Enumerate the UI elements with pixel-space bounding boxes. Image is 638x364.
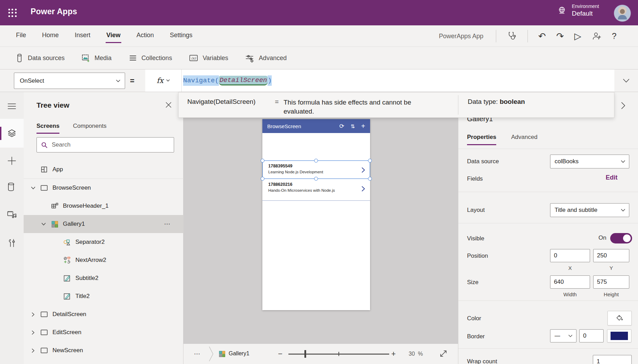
chevron-down-icon[interactable]	[27, 187, 39, 190]
zoom-slider-handle[interactable]	[304, 350, 306, 358]
border-color-button[interactable]	[607, 329, 631, 342]
play-preview-icon[interactable]: ▷	[574, 32, 581, 41]
tree-view-icon[interactable]	[0, 129, 24, 138]
resize-handle[interactable]	[314, 159, 318, 163]
wrap-count-input[interactable]	[593, 355, 632, 364]
formula-input[interactable]: Navigate(DetailScreen)	[183, 69, 272, 92]
browse-screen-title: BrowseScreen	[267, 123, 333, 129]
menu-settings[interactable]: Settings	[169, 30, 193, 43]
panel-collapse-chevron-icon[interactable]	[621, 102, 625, 109]
screen-icon	[39, 311, 49, 317]
data-sources-rail-icon[interactable]	[0, 182, 24, 191]
fullscreen-icon[interactable]	[439, 349, 448, 358]
position-x-input[interactable]	[550, 249, 590, 262]
position-y-input[interactable]	[593, 249, 629, 262]
left-rail	[0, 92, 24, 364]
advanced-button[interactable]: Advanced	[245, 53, 287, 63]
border-style-select[interactable]: —	[550, 329, 576, 342]
hamburger-icon[interactable]	[0, 103, 24, 109]
browse-screen-header[interactable]: BrowseScreen ⟳ ⇅ +	[262, 119, 370, 133]
border-width-input[interactable]	[579, 329, 604, 342]
next-arrow-icon[interactable]	[361, 186, 365, 192]
resize-handle[interactable]	[261, 177, 264, 181]
selected-control-label[interactable]: Gallery1	[229, 350, 250, 357]
chevron-down-icon[interactable]	[38, 223, 49, 226]
tree-item-title2[interactable]: Title2	[24, 287, 183, 305]
tree-item-nextarrow2[interactable]: NextArrow2	[24, 251, 183, 269]
tree-view-title: Tree view	[36, 101, 69, 109]
color-picker-button[interactable]	[607, 311, 632, 325]
menu-view[interactable]: View	[106, 30, 121, 43]
insert-plus-icon[interactable]	[0, 157, 24, 165]
zoom-in-icon[interactable]: +	[391, 349, 396, 358]
undo-icon[interactable]: ↶	[538, 32, 546, 41]
app-preview[interactable]: BrowseScreen ⟳ ⇅ + 1788395549 Learning N…	[262, 119, 370, 310]
app-name-label: PowerApps App	[439, 33, 483, 40]
environment-picker[interactable]: Environment Default	[557, 3, 599, 17]
fields-edit-link[interactable]: Edit	[606, 174, 617, 181]
size-width-input[interactable]	[550, 275, 590, 289]
menu-insert[interactable]: Insert	[74, 30, 91, 43]
resize-handle[interactable]	[261, 159, 264, 163]
gallery-selection-box[interactable]	[262, 160, 370, 179]
popup-equals: =	[275, 98, 279, 106]
tab-components[interactable]: Components	[73, 123, 106, 134]
chevron-right-icon[interactable]	[27, 330, 39, 335]
chevron-right-icon[interactable]	[27, 348, 39, 353]
refresh-icon[interactable]: ⟳	[339, 123, 344, 129]
sliders-icon	[245, 53, 255, 63]
resize-handle[interactable]	[368, 159, 372, 163]
more-icon[interactable]: ⋯	[164, 220, 171, 228]
media-rail-icon[interactable]	[0, 210, 24, 219]
tab-advanced[interactable]: Advanced	[511, 134, 538, 145]
add-item-icon[interactable]: +	[361, 123, 365, 130]
tab-properties[interactable]: Properties	[467, 134, 496, 145]
media-button[interactable]: Media	[81, 53, 112, 63]
tree-item-editscreen[interactable]: EditScreen	[24, 323, 183, 341]
menu-action[interactable]: Action	[136, 30, 155, 43]
redo-icon[interactable]: ↷	[556, 32, 564, 41]
tree-item-app[interactable]: App	[24, 160, 183, 179]
menu-file[interactable]: File	[15, 30, 27, 43]
tree-item-browseheader[interactable]: BrowseHeader_1	[24, 197, 183, 215]
property-selector[interactable]: OnSelect	[14, 73, 125, 89]
sort-icon[interactable]: ⇅	[351, 124, 355, 129]
menu-home[interactable]: Home	[41, 30, 59, 43]
app-checker-icon[interactable]	[507, 31, 517, 41]
more-icon[interactable]: ⋯	[194, 350, 201, 358]
variables-button[interactable]: (x) Variables	[189, 53, 228, 63]
share-user-icon[interactable]	[592, 31, 602, 41]
data-sources-button[interactable]: Data sources	[15, 53, 65, 63]
tree-item-browsescreen[interactable]: BrowseScreen	[24, 179, 183, 197]
help-icon[interactable]: ?	[612, 32, 616, 40]
visible-toggle[interactable]	[610, 233, 632, 243]
tree-item-gallery1[interactable]: Gallery1 ⋯	[24, 215, 183, 233]
divider	[458, 300, 638, 301]
tree-item-detailscreen[interactable]: DetailScreen	[24, 305, 183, 323]
tab-screens[interactable]: Screens	[36, 123, 59, 134]
tree-item-newscreen[interactable]: NewScreen	[24, 341, 183, 359]
gallery-icon	[49, 221, 60, 228]
tree-view-panel: Tree view Screens Components	[24, 92, 183, 364]
chevron-right-icon[interactable]	[27, 312, 39, 317]
advanced-tools-rail-icon[interactable]	[0, 239, 24, 248]
collections-button[interactable]: Collections	[128, 53, 172, 63]
waffle-icon[interactable]	[6, 6, 19, 20]
size-height-input[interactable]	[593, 275, 629, 289]
zoom-out-icon[interactable]: −	[278, 349, 283, 358]
formula-argument: DetailScreen	[219, 76, 268, 85]
close-icon[interactable]	[165, 102, 172, 108]
tree-item-subtitle2[interactable]: Subtitle2	[24, 269, 183, 287]
user-avatar[interactable]	[614, 5, 631, 22]
layout-select[interactable]: Title and subtitle	[550, 203, 629, 217]
resize-handle[interactable]	[368, 177, 372, 181]
tree-item-separator2[interactable]: Separator2	[24, 233, 183, 251]
resize-handle[interactable]	[314, 177, 318, 181]
zoom-slider[interactable]	[288, 354, 389, 355]
search-input[interactable]	[51, 141, 170, 149]
formula-bar-expand-chevron[interactable]	[614, 69, 638, 92]
fx-selector[interactable]: fx	[145, 69, 182, 92]
gallery-item-2[interactable]: 1788620216 Hands-On Microservices with N…	[262, 179, 370, 198]
screen-icon	[39, 329, 49, 336]
data-source-select[interactable]: colBooks	[550, 155, 629, 168]
